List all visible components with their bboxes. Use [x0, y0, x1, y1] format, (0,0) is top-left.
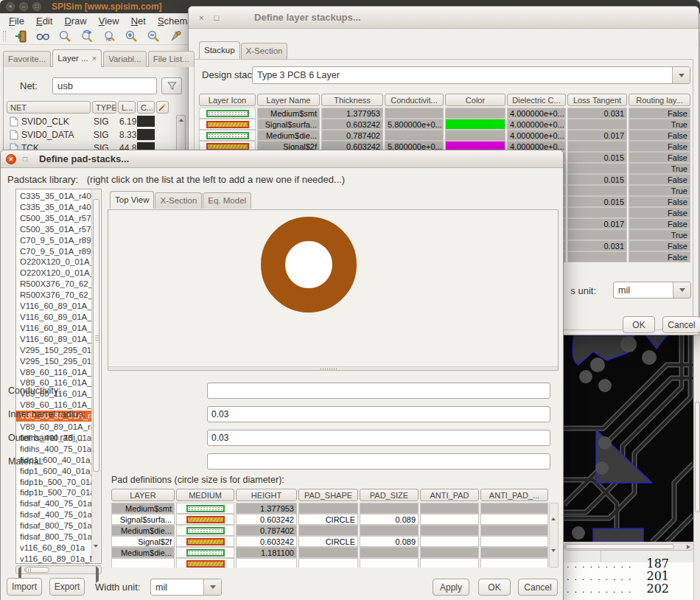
wand-button[interactable] — [156, 101, 169, 114]
maximize-icon[interactable]: □ — [32, 2, 41, 11]
pcb-horizontal-scrollbar[interactable] — [564, 543, 694, 551]
zoom-in-icon[interactable] — [125, 29, 139, 43]
stackup-tab-x-section[interactable]: X-Section — [241, 43, 288, 59]
material-field[interactable] — [207, 453, 550, 470]
padstack-list-item[interactable]: fidsaf_400_75_01a_r — [16, 509, 91, 520]
pcb-layout-view[interactable] — [564, 335, 693, 542]
padstack-list-item[interactable]: V89_60_116_01A_r11 — [16, 367, 91, 378]
vertical-scrollbar[interactable] — [693, 335, 700, 600]
column-header[interactable]: Conductivit... — [385, 94, 444, 106]
padstack-list-item[interactable]: fidp1b_500_70_01a_ — [16, 487, 91, 498]
net-col-c[interactable]: C... — [137, 101, 155, 114]
padstack-tab-top-view[interactable]: Top View — [110, 191, 154, 209]
column-header[interactable]: LAYER — [111, 489, 175, 501]
left-panel-tab-1[interactable]: Favorite... — [3, 51, 51, 67]
padstack-list-item[interactable]: R500X376_70_62_02E — [16, 279, 91, 290]
close-icon[interactable]: × — [6, 154, 16, 164]
padstack-list-item[interactable]: O220X120_0_01A_ov — [16, 257, 91, 268]
pad-definition-row[interactable]: Medium$smt1.377953 — [111, 503, 559, 514]
column-header[interactable]: Routing lay... — [629, 94, 690, 106]
padstack-list-item[interactable]: R500X376_70_62_02E — [16, 290, 91, 301]
menu-draw[interactable]: Draw — [58, 14, 92, 28]
net-col-net[interactable]: NET — [7, 101, 91, 114]
pad-table-scrollbar[interactable] — [549, 503, 559, 568]
close-icon[interactable]: × — [199, 13, 203, 22]
cancel-button[interactable]: Cancel — [662, 316, 700, 333]
net-col-type[interactable]: TYPE — [92, 101, 116, 114]
padstack-list-item[interactable]: fidsaf_400_75_01a_r — [16, 498, 91, 509]
column-header[interactable]: ANTI_PAD — [420, 489, 479, 501]
dropdown-button[interactable] — [672, 67, 690, 83]
menu-file[interactable]: File — [3, 14, 30, 28]
unit-select[interactable]: mil — [613, 282, 691, 299]
width-unit-select[interactable]: mil — [150, 579, 222, 596]
pad-definition-row[interactable]: Medium$die...0.787402 — [111, 525, 559, 536]
column-header[interactable]: PAD_SIZE — [360, 489, 419, 501]
zoom-out-icon[interactable] — [147, 29, 161, 43]
menu-edit[interactable]: Edit — [30, 14, 58, 28]
outer-barrel-radius-field[interactable] — [207, 430, 550, 446]
pad-definition-row[interactable] — [111, 558, 559, 568]
export-button[interactable]: Export — [49, 578, 85, 596]
list-horizontal-scrollbar[interactable] — [15, 565, 102, 574]
column-header[interactable]: Color — [445, 94, 505, 106]
net-col-l[interactable]: L... — [118, 101, 136, 114]
zoom-icon[interactable] — [58, 29, 72, 43]
net-table-row[interactable]: SVID0_DATASIG8.33 — [7, 128, 155, 141]
column-header[interactable]: ANTI_PAD_... — [480, 489, 548, 501]
column-header[interactable]: Layer Icon — [199, 94, 256, 106]
padstack-list-item[interactable]: C500_35_01A_r570_M — [16, 224, 91, 235]
zoom-previous-icon[interactable] — [80, 29, 94, 43]
pad-definition-row[interactable]: Signal$surfa...0.603242CIRCLE0.089 — [111, 514, 559, 525]
list-vertical-scrollbar[interactable] — [91, 190, 100, 562]
padstack-list-item[interactable]: v116_60_89_01a — [16, 543, 91, 554]
stackup-layer-row[interactable]: Signal$surfa...0.6032425.800000e+0...4.0… — [199, 119, 690, 130]
pad-definition-row[interactable]: Signal$2f0.603242CIRCLE0.089 — [111, 536, 559, 547]
menu-net[interactable]: Net — [125, 14, 152, 28]
maximize-icon[interactable]: □ — [214, 13, 219, 22]
net-search-input[interactable] — [52, 77, 157, 94]
left-panel-tab-2[interactable]: Layer ...× — [52, 49, 102, 67]
ok-button[interactable]: OK — [478, 579, 511, 596]
design-stackup-select[interactable]: Type 3 PCB 6 Layer — [252, 66, 690, 84]
padstack-list-item[interactable]: C335_35_01A_r405 — [16, 191, 91, 202]
zoom-hd-icon[interactable]: HR — [102, 29, 116, 43]
maximize-icon[interactable]: □ — [23, 155, 27, 163]
padstack-list-item[interactable]: C335_35_01A_r405_M — [16, 202, 91, 213]
padstack-list-item[interactable]: V116_60_89_01A_r11 — [16, 312, 91, 323]
padstack-list-item[interactable]: V116_60_89_01A_r89 — [16, 323, 91, 334]
menu-view[interactable]: View — [93, 14, 125, 28]
padstack-list-item[interactable]: fidsaf_800_75_01a_r — [16, 520, 91, 531]
padstack-list-item[interactable]: v116_60_89_01a_Mir — [16, 554, 91, 564]
padstack-list-item[interactable]: O220X120_0_01A_ov — [16, 268, 91, 279]
exit-icon[interactable] — [14, 29, 28, 43]
padstack-list-item[interactable]: C70_9_5_01A_r89_M — [16, 246, 91, 257]
probe-icon[interactable] — [169, 29, 183, 43]
conductivity-field[interactable] — [207, 383, 550, 399]
column-header[interactable]: Dielectric C... — [507, 94, 566, 106]
padstack-list-item[interactable]: V116_60_89_01A_r11 — [16, 301, 91, 312]
padstack-tab-eq-model[interactable]: Eq. Model — [203, 192, 251, 209]
tab-close-icon[interactable]: × — [92, 54, 97, 63]
padstack-list-item[interactable]: V295_150_295_01A_r — [16, 356, 91, 367]
stackup-layer-row[interactable]: Medium$smt1.3779534.000000e+0...0.031Fal… — [199, 108, 690, 119]
left-panel-tab-3[interactable]: Variabl... — [103, 51, 147, 67]
net-table-row[interactable]: SVID0_CLKSIG6.19 — [7, 115, 155, 128]
column-header[interactable]: Layer Name — [257, 94, 320, 106]
minimize-icon[interactable]: – — [19, 2, 28, 11]
column-header[interactable]: Loss Tangent — [567, 94, 627, 106]
column-header[interactable]: HEIGHT — [236, 489, 297, 501]
ok-button[interactable]: OK — [623, 316, 655, 333]
stackup-tab-stackup[interactable]: Stackup — [199, 41, 240, 59]
padstack-list-item[interactable]: C70_9_5_01A_r89 — [16, 235, 91, 246]
padstack-list-item[interactable]: fidsaf_800_75_01a_r — [16, 531, 91, 543]
left-panel-tab-4[interactable]: File List... — [148, 51, 195, 67]
padstack-tab-x-section[interactable]: X-Section — [155, 192, 202, 209]
import-button[interactable]: Import — [7, 578, 42, 596]
pad-definition-row[interactable]: Medium$die...1.181100 — [111, 547, 559, 558]
padstack-list-item[interactable]: V295_150_295_01A_r — [16, 345, 91, 356]
column-header[interactable]: PAD_SHAPE — [298, 489, 358, 501]
view-horizontal-scrollbar[interactable] — [108, 366, 558, 370]
dropdown-button[interactable] — [673, 282, 690, 298]
scrollbar-thumb[interactable] — [565, 544, 674, 549]
